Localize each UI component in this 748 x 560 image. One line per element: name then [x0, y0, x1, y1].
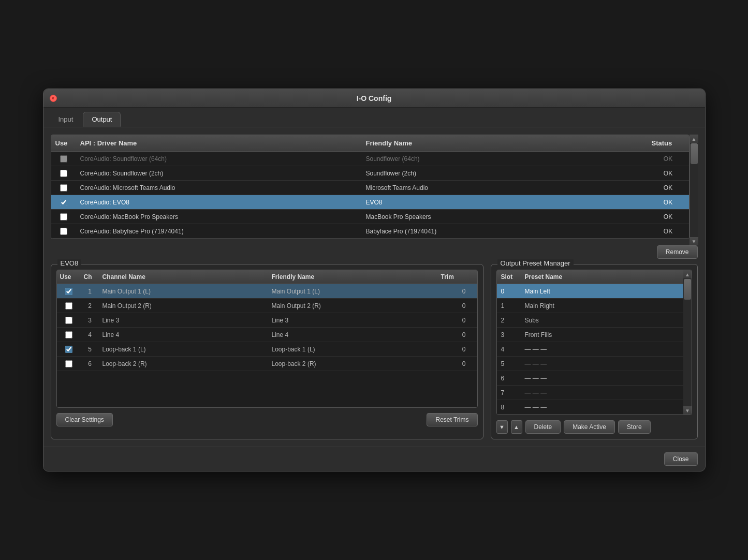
dth-status: Status — [648, 138, 689, 148]
ch-use-cell[interactable] — [57, 358, 81, 370]
tab-output[interactable]: Output — [83, 112, 121, 127]
preset-scroll-down-arrow[interactable]: ▼ — [683, 406, 692, 415]
channel-checkbox[interactable] — [65, 331, 72, 338]
ch-trim-cell: 0 — [438, 330, 469, 340]
device-checkbox[interactable] — [60, 199, 67, 206]
close-icon[interactable]: × — [50, 95, 57, 102]
channel-checkbox[interactable] — [65, 288, 72, 295]
channel-checkbox[interactable] — [65, 317, 72, 324]
ch-name-cell: Loop-back 2 (R) — [99, 359, 269, 369]
device-checkbox[interactable] — [60, 155, 67, 163]
list-item[interactable]: 2 Subs — [497, 313, 683, 328]
device-friendly-cell: Soundflower (2ch) — [362, 168, 648, 179]
preset-name-cell: — — — — [521, 344, 683, 355]
preset-move-up-button[interactable]: ▲ — [511, 420, 522, 434]
channel-checkbox[interactable] — [65, 302, 72, 310]
ch-use-cell[interactable] — [57, 300, 81, 312]
clear-settings-button[interactable]: Clear Settings — [56, 413, 113, 426]
dth-friendly: Friendly Name — [362, 138, 648, 148]
device-friendly-cell: Babyface Pro (71974041) — [362, 226, 648, 237]
preset-slot-cell: 0 — [497, 286, 521, 297]
device-table-scrollbar[interactable]: ▲ ▼ — [690, 135, 698, 245]
preset-name-cell: — — — — [521, 359, 683, 369]
device-driver-cell: CoreAudio: EVO8 — [76, 197, 362, 208]
preset-slot-cell: 8 — [497, 402, 521, 412]
window-title: I-O Config — [357, 94, 392, 102]
list-item[interactable]: 8 — — — — [497, 400, 683, 415]
preset-move-down-button[interactable]: ▼ — [496, 420, 508, 434]
evo-panel-label: EVO8 — [57, 259, 82, 267]
device-use-cell[interactable] — [51, 211, 76, 223]
scroll-thumb[interactable] — [691, 143, 698, 164]
ch-friendly-cell: Loop-back 1 (L) — [269, 344, 438, 355]
ch-use-cell[interactable] — [57, 315, 81, 326]
device-status-cell: OK — [648, 197, 689, 208]
table-row: 6 Loop-back 2 (R) Loop-back 2 (R) 0 — [57, 357, 477, 371]
list-item[interactable]: 6 — — — — [497, 371, 683, 386]
device-use-cell[interactable] — [51, 168, 76, 179]
tabs-bar: Input Output — [43, 108, 705, 127]
preset-name-cell: Main Right — [521, 301, 683, 311]
ch-friendly-cell: Main Output 1 (L) — [269, 286, 438, 297]
device-use-cell[interactable] — [51, 153, 76, 165]
device-use-cell[interactable] — [51, 182, 76, 194]
list-item[interactable]: 0 Main Left — [497, 284, 683, 299]
device-checkbox[interactable] — [60, 170, 67, 177]
ch-trim-cell: 0 — [438, 344, 469, 355]
ch-use-cell[interactable] — [57, 329, 81, 341]
store-preset-button[interactable]: Store — [618, 420, 651, 434]
ch-use-cell[interactable] — [57, 286, 81, 297]
device-use-cell[interactable] — [51, 226, 76, 237]
preset-table: Slot Preset Name 0 Main Left 1 Main Righ… — [496, 270, 692, 415]
delete-preset-button[interactable]: Delete — [525, 420, 561, 434]
ch-friendly-cell: Main Output 2 (R) — [269, 301, 438, 311]
preset-footer: ▼ ▲ Delete Make Active Store — [496, 420, 692, 434]
list-item[interactable]: 1 Main Right — [497, 299, 683, 313]
preset-slot-cell: 7 — [497, 388, 521, 398]
preset-table-inner: Slot Preset Name 0 Main Left 1 Main Righ… — [497, 270, 683, 415]
close-button[interactable]: Close — [664, 452, 698, 466]
list-item[interactable]: 5 — — — — [497, 357, 683, 371]
ch-number-cell: 4 — [81, 330, 99, 340]
channel-checkbox[interactable] — [65, 346, 72, 353]
device-table-container: Use API : Driver Name Friendly Name Stat… — [51, 135, 698, 245]
scroll-up-arrow[interactable]: ▲ — [690, 135, 698, 143]
evo-footer: Clear Settings Reset Trims — [56, 413, 478, 426]
preset-slot-cell: 2 — [497, 315, 521, 326]
ch-name-cell: Line 3 — [99, 315, 269, 326]
device-friendly-cell: Soundflower (64ch) — [362, 153, 648, 165]
list-item[interactable]: 7 — — — — [497, 386, 683, 400]
list-item[interactable]: 4 — — — — [497, 342, 683, 357]
tab-input[interactable]: Input — [50, 112, 82, 127]
device-table-header: Use API : Driver Name Friendly Name Stat… — [51, 135, 689, 152]
ch-name-cell: Main Output 2 (R) — [99, 301, 269, 311]
preset-scrollbar[interactable]: ▲ ▼ — [683, 270, 692, 415]
reset-trims-button[interactable]: Reset Trims — [427, 413, 477, 426]
remove-button[interactable]: Remove — [657, 245, 698, 259]
ch-trim-cell: 0 — [438, 301, 469, 311]
ch-use-cell[interactable] — [57, 344, 81, 355]
device-status-cell: OK — [648, 182, 689, 194]
device-driver-cell: CoreAudio: Microsoft Teams Audio — [76, 182, 362, 194]
make-active-button[interactable]: Make Active — [564, 420, 615, 434]
list-item[interactable]: 3 Front Fills — [497, 328, 683, 342]
device-friendly-cell: Microsoft Teams Audio — [362, 182, 648, 194]
device-use-cell[interactable] — [51, 197, 76, 208]
cth-extra — [469, 270, 477, 284]
table-row: CoreAudio: MacBook Pro Speakers MacBook … — [51, 210, 689, 224]
table-row: CoreAudio: Microsoft Teams Audio Microso… — [51, 181, 689, 195]
device-status-cell: OK — [648, 153, 689, 165]
scroll-down-arrow[interactable]: ▼ — [690, 237, 698, 245]
preset-name-cell: — — — — [521, 388, 683, 398]
ch-trim-cell: 0 — [438, 315, 469, 326]
device-checkbox[interactable] — [60, 213, 67, 220]
table-row: CoreAudio: Soundflower (64ch) Soundflowe… — [51, 152, 689, 166]
preset-slot-cell: 5 — [497, 359, 521, 369]
preset-name-cell: Front Fills — [521, 330, 683, 340]
device-checkbox[interactable] — [60, 184, 67, 191]
channel-checkbox[interactable] — [65, 360, 72, 367]
preset-scroll-up-arrow[interactable]: ▲ — [683, 270, 692, 278]
device-driver-cell: CoreAudio: Soundflower (2ch) — [76, 168, 362, 179]
preset-scroll-thumb[interactable] — [684, 279, 691, 300]
device-checkbox[interactable] — [60, 228, 67, 235]
